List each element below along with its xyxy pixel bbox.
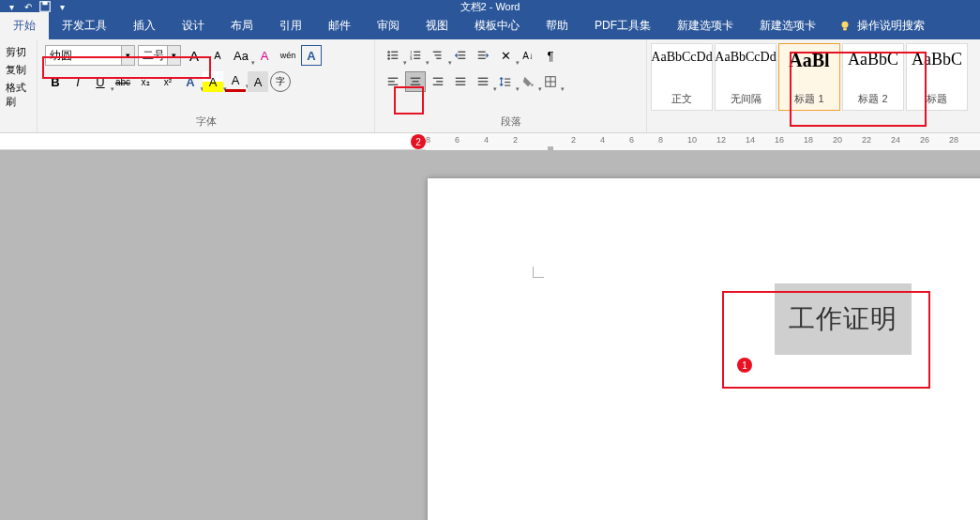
decrease-indent-button[interactable] (450, 45, 471, 66)
tab-custom-1[interactable]: 新建选项卡 (664, 12, 746, 39)
ruler-tick: 28 (949, 135, 958, 145)
svg-rect-32 (436, 81, 443, 82)
shrink-font-button[interactable]: A (207, 45, 228, 66)
ruler-tick: 14 (746, 135, 755, 145)
title-bar: ▾ ↶ ▾ 文档2 - Word (0, 0, 980, 13)
tab-design[interactable]: 设计 (169, 12, 218, 39)
style-nospace[interactable]: AaBbCcDd 无间隔 (715, 43, 776, 111)
tab-templates[interactable]: 模板中心 (461, 12, 533, 39)
tell-me-search[interactable]: 操作说明搜索 (829, 12, 934, 39)
chevron-down-icon[interactable]: ▾ (121, 46, 134, 65)
font-size-input[interactable] (139, 49, 167, 62)
char-shading-button[interactable]: A (248, 71, 268, 92)
strikethrough-button[interactable]: abc (113, 71, 133, 92)
borders-button[interactable] (540, 71, 561, 92)
undo-icon[interactable]: ↶ (21, 1, 36, 12)
svg-point-2 (842, 21, 849, 27)
font-size-combo[interactable]: ▾ (138, 45, 181, 66)
svg-rect-41 (505, 82, 510, 83)
multilevel-list-button[interactable] (428, 45, 448, 66)
margin-corner-icon (533, 267, 544, 278)
asian-layout-button[interactable]: ✕ (495, 45, 516, 66)
change-case-button[interactable]: Aa (231, 45, 251, 66)
increase-indent-button[interactable] (473, 45, 493, 66)
style-heading-2[interactable]: AaBbC 标题 2 (842, 43, 904, 111)
ruler-tick: 16 (775, 135, 784, 145)
ruler-tick: 2 (513, 135, 518, 145)
svg-rect-39 (478, 84, 489, 85)
font-name-input[interactable] (46, 49, 121, 62)
ruler-tick: 10 (687, 135, 697, 145)
grow-font-button[interactable]: A (184, 45, 204, 66)
style-name: 标题 (927, 92, 947, 106)
ruler-tick: 20 (833, 135, 842, 145)
char-border-button[interactable]: A (301, 45, 322, 66)
document-heading-text[interactable]: 工作证明 (775, 283, 912, 355)
bullets-button[interactable] (383, 45, 403, 66)
show-marks-button[interactable]: ¶ (540, 45, 561, 66)
tab-insert[interactable]: 插入 (120, 12, 169, 39)
tab-developer[interactable]: 开发工具 (49, 12, 120, 39)
phonetic-guide-button[interactable]: wén (278, 45, 298, 66)
svg-rect-11 (414, 52, 420, 53)
style-preview: AaBbCcDd (715, 50, 776, 65)
style-name: 标题 1 (794, 92, 823, 106)
tab-review[interactable]: 审阅 (364, 12, 413, 39)
copy-button[interactable]: 复制 (2, 61, 35, 79)
clear-formatting-button[interactable]: A (254, 45, 275, 66)
font-name-combo[interactable]: ▾ (45, 45, 135, 66)
chevron-down-icon[interactable]: ▾ (167, 46, 180, 65)
nav-down-icon[interactable]: ▾ (4, 1, 19, 12)
sort-button[interactable]: A↓ (518, 45, 538, 66)
enclose-char-button[interactable]: 字 (270, 71, 291, 92)
font-color-button[interactable]: A (225, 71, 246, 92)
style-heading-1[interactable]: AaBl 标题 1 (778, 43, 840, 111)
line-spacing-button[interactable] (495, 71, 516, 92)
tab-layout[interactable]: 布局 (218, 12, 266, 39)
paragraph-group-label: 段落 (383, 115, 639, 130)
svg-point-6 (387, 54, 390, 57)
font-group-label: 字体 (45, 115, 367, 130)
document-page[interactable]: 工作证明 (428, 178, 980, 520)
ruler-tick: 8 (658, 135, 663, 145)
text-effects-button[interactable]: A (180, 71, 201, 92)
bold-button[interactable]: B (45, 71, 66, 92)
annotation-badge-2: 2 (411, 134, 426, 149)
tab-home[interactable]: 开始 (0, 12, 49, 39)
qat-more-icon[interactable]: ▾ (54, 1, 69, 12)
tab-help[interactable]: 帮助 (533, 12, 581, 39)
shading-button[interactable] (518, 71, 538, 92)
tab-view[interactable]: 视图 (413, 12, 461, 39)
save-icon[interactable] (38, 1, 53, 12)
align-right-button[interactable] (428, 71, 448, 92)
align-left-button[interactable] (383, 71, 403, 92)
justify-button[interactable] (450, 71, 471, 92)
style-title[interactable]: AaBbC 标题 (906, 43, 968, 111)
style-normal[interactable]: AaBbCcDd 正文 (651, 43, 713, 111)
ruler-tick: 8 (426, 135, 430, 145)
italic-button[interactable]: I (68, 71, 88, 92)
numbering-button[interactable]: 123 (405, 45, 426, 66)
tab-pdf[interactable]: PDF工具集 (581, 12, 664, 39)
tab-references[interactable]: 引用 (266, 12, 315, 39)
distribute-button[interactable] (473, 71, 493, 92)
svg-point-4 (387, 51, 390, 54)
align-center-button[interactable] (405, 71, 426, 92)
svg-rect-23 (478, 54, 486, 55)
svg-rect-26 (388, 81, 395, 82)
annotation-badge-1: 1 (737, 358, 752, 373)
format-painter-button[interactable]: 格式刷 (2, 79, 35, 111)
superscript-button[interactable]: x² (158, 71, 178, 92)
tab-custom-2[interactable]: 新建选项卡 (746, 12, 829, 39)
highlight-button[interactable]: A (203, 71, 223, 92)
subscript-button[interactable]: x₂ (135, 71, 156, 92)
svg-rect-37 (478, 78, 489, 79)
cut-button[interactable]: 剪切 (2, 43, 35, 61)
ruler-tick: 24 (891, 135, 900, 145)
style-preview: AaBbC (848, 50, 898, 69)
ribbon-tab-strip: 开始 开发工具 插入 设计 布局 引用 邮件 审阅 视图 模板中心 帮助 PDF… (0, 13, 980, 39)
ruler-bar: 8642246810121416182022242628 (0, 133, 980, 150)
horizontal-ruler[interactable]: 8642246810121416182022242628 (426, 133, 980, 150)
tab-mailings[interactable]: 邮件 (315, 12, 364, 39)
underline-button[interactable]: U (90, 71, 111, 92)
